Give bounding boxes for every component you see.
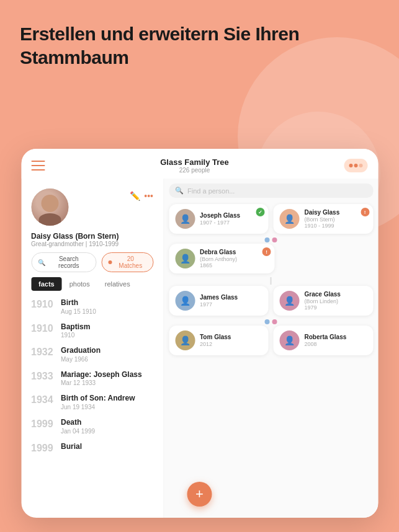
- person-role: Great-grandmother | 1910-1999: [31, 241, 153, 247]
- tree-card-years: 1977: [200, 301, 238, 308]
- person-name: Daisy Glass (Born Stern): [31, 232, 153, 241]
- left-panel: ✏️ ••• Daisy Glass (Born Stern) Great-gr…: [21, 179, 164, 518]
- timeline-date: May 1966: [61, 356, 101, 363]
- tree-card-tom[interactable]: 👤 Tom Glass 2012: [169, 326, 269, 355]
- tree-card-years: 1907 - 1977: [200, 219, 240, 226]
- tree-card-grace[interactable]: 👤 Grace Glass (Born Linden) 1979: [274, 286, 374, 316]
- avatar: 👤: [175, 249, 195, 268]
- tree-row: 👤 Debra Glass (Born Anthony) 1865 !: [169, 244, 373, 273]
- tree-card-subname: (Born Anthony): [200, 256, 237, 262]
- avatar-group-icon[interactable]: [344, 159, 368, 172]
- avatar: [31, 188, 68, 226]
- timeline-event: Birth: [61, 298, 96, 308]
- status-badge: !: [361, 208, 369, 216]
- avatar: 👤: [175, 209, 195, 229]
- tree-row: 👤 Tom Glass 2012 👤 Roberta Glass 2008: [169, 326, 373, 355]
- tree-row: 👤 Joseph Glass 1907 - 1977 ✓ 👤 Daisy Gla…: [169, 204, 373, 234]
- status-badge: !: [262, 247, 271, 256]
- timeline-year: 1932: [31, 346, 55, 358]
- timeline-year: 1999: [31, 442, 55, 454]
- timeline-date: Jun 19 1934: [61, 404, 135, 410]
- action-buttons: 🔍 Search records 20 Matches: [21, 247, 163, 277]
- app-card: Glass Family Tree 226 people: [21, 149, 378, 518]
- search-icon: 🔍: [38, 259, 45, 266]
- person-header: ✏️ •••: [21, 184, 163, 229]
- tree-row: 👤 James Glass 1977 👤 Grace Glass (Born L…: [169, 286, 373, 316]
- list-item: 1910 Birth Aug 15 1910: [21, 295, 163, 319]
- timeline-date: Aug 15 1910: [61, 308, 96, 315]
- tree-card-james[interactable]: 👤 James Glass 1977: [169, 286, 269, 316]
- main-content: ✏️ ••• Daisy Glass (Born Stern) Great-gr…: [21, 179, 378, 518]
- list-item: 1999 Death Jan 04 1999: [21, 414, 163, 438]
- top-bar-title-group: Glass Family Tree 226 people: [160, 157, 229, 174]
- person-info: Daisy Glass (Born Stern) Great-grandmoth…: [21, 229, 163, 247]
- timeline-year: 1934: [31, 394, 55, 406]
- avatar: 👤: [280, 209, 300, 229]
- tree-card-years: 1865: [200, 262, 237, 268]
- tree-card-daisy[interactable]: 👤 Daisy Glass (Born Stern) 1910 - 1999 !: [274, 204, 374, 234]
- people-count: 226 people: [160, 167, 229, 174]
- matches-button[interactable]: 20 Matches: [102, 252, 153, 272]
- tab-photos[interactable]: photos: [62, 277, 97, 291]
- tree-connector: [169, 319, 373, 324]
- timeline-year: 1999: [31, 418, 55, 430]
- tree-card-debra[interactable]: 👤 Debra Glass (Born Anthony) 1865 !: [169, 244, 275, 273]
- add-button[interactable]: +: [187, 482, 212, 507]
- tree-card-subname: (Born Stern): [305, 216, 340, 223]
- list-item: 1910 Baptism 1910: [21, 319, 163, 343]
- search-records-button[interactable]: 🔍 Search records: [31, 252, 97, 272]
- timeline-date: 1910: [61, 332, 90, 339]
- search-icon: 🔍: [175, 187, 184, 195]
- tree-card-years: 2012: [200, 341, 231, 347]
- hamburger-icon[interactable]: [31, 161, 45, 171]
- top-bar: Glass Family Tree 226 people: [21, 149, 378, 179]
- match-dot: [109, 260, 112, 264]
- avatar: 👤: [280, 330, 300, 350]
- avatar: 👤: [280, 291, 300, 311]
- page-title: Erstellen und erweitern Sie Ihren Stammb…: [20, 22, 379, 69]
- timeline-event: Graduation: [61, 346, 101, 356]
- timeline-date: Mar 12 1933: [61, 379, 142, 386]
- tree-card-name: Tom Glass: [200, 334, 231, 341]
- list-item: 1933 Mariage: Joseph Glass Mar 12 1933: [21, 366, 163, 391]
- edit-icon[interactable]: ✏️: [130, 191, 140, 201]
- avatar: 👤: [175, 291, 195, 311]
- tree-card-years: 1910 - 1999: [305, 223, 340, 229]
- tree-connector: [169, 237, 373, 242]
- more-icon[interactable]: •••: [144, 191, 153, 201]
- timeline-year: 1910: [31, 322, 55, 334]
- tree-card-subname: (Born Linden): [305, 298, 341, 304]
- timeline-event: Baptism: [61, 322, 90, 332]
- timeline: 1910 Birth Aug 15 1910 1910 Baptism 1910…: [21, 291, 163, 461]
- tab-facts[interactable]: facts: [31, 277, 62, 291]
- timeline-year: 1933: [31, 370, 55, 382]
- tree-card-name: Joseph Glass: [200, 212, 240, 219]
- tree-card-name: Debra Glass: [200, 249, 237, 256]
- search-placeholder: Find a person...: [187, 187, 235, 195]
- status-badge: ✓: [256, 208, 265, 216]
- header-section: Erstellen und erweitern Sie Ihren Stammb…: [0, 0, 399, 81]
- tab-bar: facts photos relatives: [21, 277, 163, 291]
- tab-relatives[interactable]: relatives: [97, 277, 138, 291]
- avatar: 👤: [175, 330, 195, 350]
- tree-card-years: 2008: [305, 341, 347, 347]
- timeline-event: Birth of Son: Andrew: [61, 394, 135, 404]
- tree-card-name: Grace Glass: [305, 291, 341, 298]
- tree-card-joseph[interactable]: 👤 Joseph Glass 1907 - 1977 ✓: [169, 204, 269, 234]
- search-bar[interactable]: 🔍 Find a person...: [169, 184, 373, 198]
- list-item: 1934 Birth of Son: Andrew Jun 19 1934: [21, 390, 163, 414]
- right-panel: 🔍 Find a person... 👤 Joseph Glass 1907 -…: [164, 179, 378, 518]
- tree-card-name: Roberta Glass: [305, 334, 347, 341]
- list-item: 1999 Burial: [21, 438, 163, 458]
- family-tree-title: Glass Family Tree: [160, 157, 229, 167]
- tree-card-roberta[interactable]: 👤 Roberta Glass 2008: [274, 326, 374, 355]
- timeline-event: Death: [61, 418, 95, 428]
- tree-card-name: Daisy Glass: [305, 209, 340, 216]
- timeline-event: Mariage: Joseph Glass: [61, 370, 142, 380]
- tree-connector: [169, 277, 373, 285]
- tree-card-name: James Glass: [200, 294, 238, 301]
- timeline-event: Burial: [61, 442, 82, 452]
- timeline-date: Jan 04 1999: [61, 428, 95, 435]
- timeline-year: 1910: [31, 298, 55, 310]
- tree-card-years: 1979: [305, 304, 341, 311]
